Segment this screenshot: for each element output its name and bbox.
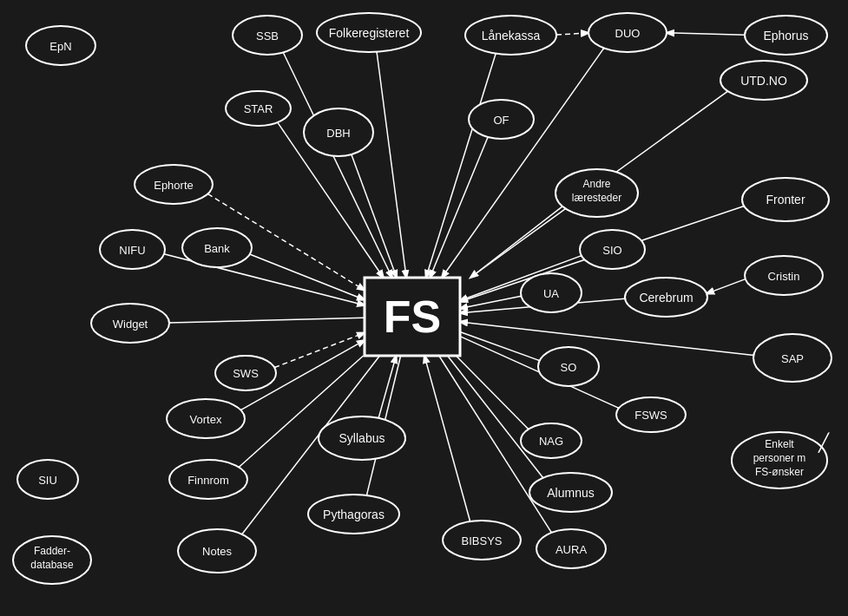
svg-text:FS-ønsker: FS-ønsker [755, 466, 804, 478]
svg-text:Finnrom: Finnrom [187, 474, 229, 487]
svg-text:Lånekassa: Lånekassa [482, 29, 541, 43]
svg-text:SIO: SIO [602, 244, 621, 257]
svg-text:Vortex: Vortex [190, 413, 222, 426]
svg-line-12 [250, 254, 365, 300]
svg-line-4 [442, 48, 604, 278]
svg-text:Cerebrum: Cerebrum [639, 291, 693, 305]
svg-line-29 [424, 356, 470, 521]
svg-text:BIBSYS: BIBSYS [462, 534, 503, 547]
diagram-svg: FSEpNSIUFadder-databaseSSBSTARFolkeregis… [0, 0, 848, 616]
svg-text:SIU: SIU [38, 474, 57, 487]
svg-text:læresteder: læresteder [572, 192, 621, 204]
svg-text:Ephorus: Ephorus [763, 29, 808, 43]
svg-text:database: database [30, 559, 74, 571]
svg-text:AURA: AURA [555, 543, 587, 556]
svg-text:Widget: Widget [113, 318, 148, 331]
svg-line-2 [377, 52, 406, 278]
svg-text:NAG: NAG [539, 435, 563, 448]
svg-line-28 [448, 356, 543, 478]
svg-text:Andre: Andre [582, 178, 610, 190]
svg-text:Ephorte: Ephorte [154, 179, 194, 192]
svg-text:Enkelt: Enkelt [765, 438, 794, 450]
svg-text:Cristin: Cristin [768, 270, 800, 283]
svg-text:Bank: Bank [204, 242, 230, 255]
svg-text:Alumnus: Alumnus [547, 486, 594, 500]
svg-line-7 [352, 154, 397, 278]
svg-line-19 [274, 333, 365, 368]
svg-text:SAP: SAP [781, 352, 804, 365]
svg-line-3 [426, 54, 496, 278]
svg-text:OF: OF [493, 114, 509, 127]
svg-line-25 [456, 356, 529, 429]
svg-text:Notes: Notes [202, 545, 232, 558]
svg-text:Folkeregisteret: Folkeregisteret [329, 26, 410, 40]
svg-text:Pythagoras: Pythagoras [323, 508, 385, 521]
svg-text:UTD.NO: UTD.NO [740, 74, 787, 88]
svg-text:SO: SO [561, 361, 577, 374]
svg-line-32 [556, 33, 588, 35]
svg-text:Syllabus: Syllabus [339, 431, 385, 445]
svg-line-8 [430, 137, 488, 278]
svg-text:FSWS: FSWS [634, 409, 667, 422]
svg-text:SWS: SWS [233, 367, 259, 380]
svg-text:personer m: personer m [753, 452, 806, 464]
svg-text:EpN: EpN [49, 40, 71, 53]
svg-text:NIFU: NIFU [119, 244, 145, 257]
svg-text:Fadder-: Fadder- [34, 545, 70, 557]
svg-text:Fronter: Fronter [766, 193, 805, 206]
svg-text:UA: UA [543, 287, 559, 300]
svg-text:FS: FS [384, 292, 441, 342]
svg-line-5 [667, 33, 745, 35]
svg-text:╱: ╱ [818, 432, 830, 453]
svg-line-0 [283, 53, 392, 278]
svg-text:SSB: SSB [256, 29, 279, 43]
svg-line-15 [169, 318, 365, 323]
svg-text:STAR: STAR [244, 102, 273, 115]
svg-text:DUO: DUO [615, 27, 641, 40]
svg-line-21 [460, 322, 753, 356]
svg-text:DBH: DBH [326, 127, 350, 140]
svg-line-18 [707, 279, 746, 294]
svg-line-20 [460, 332, 540, 361]
